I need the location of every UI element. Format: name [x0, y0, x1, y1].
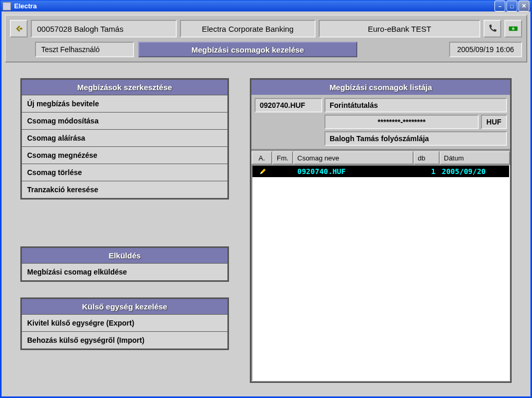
- col-fm[interactable]: Fm.: [272, 151, 293, 165]
- left-column: Megbízások szerkesztése Új megbízás bevi…: [20, 78, 229, 383]
- page-title: Megbízási csomagok kezelése: [138, 42, 357, 57]
- bank-name: Euro-eBank TEST: [319, 20, 480, 38]
- package-list-header: Megbízási csomagok listája: [251, 80, 510, 95]
- svg-point-2: [512, 28, 515, 30]
- menu-export[interactable]: Kivitel külső egységre (Export): [22, 315, 227, 332]
- right-column: Megbízási csomagok listája 0920740.HUF F…: [250, 78, 512, 383]
- panel-edit: Megbízások szerkesztése Új megbízás bevi…: [20, 78, 229, 200]
- table-row[interactable]: 0920740.HUF 1 2005/09/20: [252, 166, 509, 177]
- account-info: 00057028 Balogh Tamás: [31, 20, 177, 38]
- app-name: Electra Corporate Banking: [180, 20, 316, 38]
- content-area: Megbízások szerkesztése Új megbízás bevi…: [5, 68, 527, 393]
- minimize-button[interactable]: –: [494, 1, 505, 11]
- window-title: Electra: [14, 2, 37, 10]
- top-toolbar: 00057028 Balogh Tamás Electra Corporate …: [5, 15, 527, 63]
- package-list-panel: Megbízási csomagok listája 0920740.HUF F…: [250, 78, 512, 383]
- back-icon: [14, 23, 24, 34]
- col-db[interactable]: db: [414, 151, 440, 165]
- detail-type: Forintátutalás: [324, 98, 507, 113]
- detail-currency: HUF: [481, 115, 507, 129]
- menu-sign-package[interactable]: Csomag aláírása: [22, 130, 227, 147]
- titlebar: Electra – □ ✕: [1, 1, 531, 11]
- menu-modify-package[interactable]: Csomag módosítása: [22, 113, 227, 130]
- banknote-icon: [508, 23, 518, 34]
- panel-send: Elküldés Megbízási csomag elküldése: [20, 246, 229, 282]
- row-date: 2005/09/20: [439, 167, 509, 176]
- phone-icon: [487, 23, 498, 34]
- table-header: A. Fm. Csomag neve db Dátum: [251, 150, 510, 165]
- back-button[interactable]: [10, 20, 28, 38]
- panel-edit-header: Megbízások szerkesztése: [22, 80, 227, 95]
- svg-rect-0: [20, 28, 22, 29]
- app-icon: [3, 2, 11, 10]
- menu-new-order[interactable]: Új megbízás bevitele: [22, 95, 227, 113]
- row-db: 1: [413, 167, 439, 176]
- datetime: 2005/09/19 16:06: [449, 42, 522, 57]
- maximize-button[interactable]: □: [506, 1, 517, 11]
- menu-view-package[interactable]: Csomag megnézése: [22, 147, 227, 164]
- user-name: Teszt Felhasználó: [35, 42, 134, 57]
- row-status-icon: [252, 168, 273, 175]
- pen-icon: [259, 168, 267, 175]
- detail-account-number: ********-********: [324, 115, 479, 129]
- package-detail: 0920740.HUF Forintátutalás ********-****…: [251, 95, 510, 150]
- app-window: Electra – □ ✕ 00057028 Balogh Tamás Elec…: [0, 0, 532, 398]
- menu-delete-package[interactable]: Csomag törlése: [22, 164, 227, 181]
- row-name: 0920740.HUF: [294, 167, 413, 176]
- phone-button[interactable]: [483, 20, 501, 38]
- money-button[interactable]: [504, 20, 522, 38]
- panel-external: Külső egység kezelése Kivitel külső egys…: [20, 297, 229, 350]
- client-area: 00057028 Balogh Tamás Electra Corporate …: [1, 11, 531, 397]
- col-a[interactable]: A.: [251, 151, 272, 165]
- detail-account-name: Balogh Tamás folyószámlája: [324, 131, 507, 146]
- panel-send-header: Elküldés: [22, 248, 227, 264]
- panel-external-header: Külső egység kezelése: [22, 299, 227, 315]
- col-date[interactable]: Dátum: [440, 151, 510, 165]
- detail-package-id: 0920740.HUF: [255, 98, 322, 113]
- menu-search-transaction[interactable]: Tranzakció keresése: [22, 181, 227, 198]
- menu-import[interactable]: Behozás külső egységről (Import): [22, 332, 227, 349]
- table-body[interactable]: 0920740.HUF 1 2005/09/20: [251, 165, 510, 381]
- menu-send-package[interactable]: Megbízási csomag elküldése: [22, 264, 227, 280]
- close-button[interactable]: ✕: [518, 1, 529, 11]
- col-name[interactable]: Csomag neve: [293, 151, 414, 165]
